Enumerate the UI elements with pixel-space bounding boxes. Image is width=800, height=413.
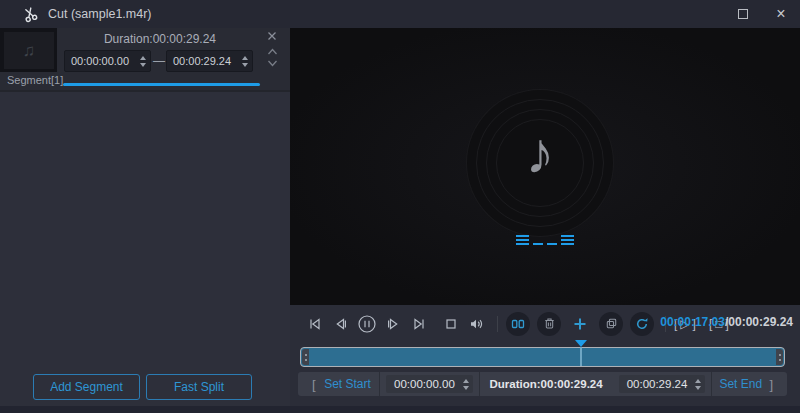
- segment-start-spinner[interactable]: [136, 56, 150, 67]
- set-start-button[interactable]: Set Start: [316, 377, 380, 391]
- music-note-icon: ♫: [23, 41, 36, 61]
- trim-end-handle[interactable]: [776, 349, 783, 365]
- copy-button[interactable]: [599, 312, 623, 336]
- music-note-icon: ♪: [526, 119, 555, 186]
- segment-end-spinner[interactable]: [238, 56, 252, 67]
- fast-split-button[interactable]: Fast Split: [146, 374, 252, 400]
- segment-thumbnail-strip: ♫: [0, 28, 57, 72]
- title-bar: Cut (sample1.m4r) ×: [0, 0, 800, 28]
- segment-end-value: 00:00:29.24: [167, 55, 238, 67]
- stop-button[interactable]: [441, 314, 461, 334]
- transport-toolbar: [▷] [□] 00:00:17.03/00:00:29.24: [290, 305, 800, 342]
- add-segment-button[interactable]: Add Segment: [33, 374, 140, 400]
- skip-to-start-button[interactable]: [305, 314, 325, 334]
- trim-settings-bar: [ Set Start 00:00:00.00 Duration:00:00:2…: [298, 372, 787, 396]
- segment-end-field[interactable]: 00:00:29.24: [166, 50, 253, 72]
- set-end-button[interactable]: Set End: [712, 377, 769, 391]
- playback-controls-region: [▷] [□] 00:00:17.03/00:00:29.24 [ Set St…: [290, 305, 800, 406]
- close-button[interactable]: ×: [762, 0, 800, 28]
- move-segment-up-icon[interactable]: [267, 47, 278, 56]
- timeline-track[interactable]: [300, 347, 785, 367]
- scissors-icon: [22, 6, 38, 22]
- step-forward-button[interactable]: [383, 314, 403, 334]
- segment-thumbnail[interactable]: ♫: [4, 32, 54, 69]
- playhead-marker-icon: [575, 340, 587, 347]
- time-readout: 00:00:17.03/00:00:29.24: [660, 315, 793, 329]
- cut-window: Cut (sample1.m4r) × ♫ Segment[1] Duratio…: [0, 0, 800, 413]
- move-segment-down-icon[interactable]: [267, 59, 278, 68]
- segment-item[interactable]: ♫ Segment[1] Duration:00:00:29.24 00:00:…: [0, 28, 290, 92]
- trim-end-spinner[interactable]: [691, 379, 705, 390]
- segment-start-value: 00:00:00.00: [65, 55, 136, 67]
- step-back-button[interactable]: [331, 314, 351, 334]
- trim-start-handle[interactable]: [302, 349, 309, 365]
- trim-end-field[interactable]: 00:00:29.24: [619, 375, 706, 393]
- timeline-playhead[interactable]: [575, 340, 587, 366]
- end-bracket: ]: [769, 377, 773, 392]
- trim-start-value: 00:00:00.00: [386, 378, 459, 390]
- window-bottom-edge: [0, 406, 800, 413]
- trim-end-value: 00:00:29.24: [619, 378, 692, 390]
- range-separator: —: [153, 54, 165, 68]
- maximize-button[interactable]: [724, 0, 762, 28]
- current-time: 00:00:17.03: [660, 315, 725, 329]
- audio-preview-area: ♪: [290, 28, 800, 305]
- skip-to-end-button[interactable]: [409, 314, 429, 334]
- segment-label: Segment[1]: [7, 74, 63, 86]
- trim-start-spinner[interactable]: [459, 379, 473, 390]
- equalizer-bars: [516, 233, 574, 245]
- segment-progress-bar: [63, 83, 260, 86]
- segment-panel: ♫ Segment[1] Duration:00:00:29.24 00:00:…: [0, 28, 290, 406]
- trim-start-field[interactable]: 00:00:00.00: [386, 375, 473, 393]
- window-title: Cut (sample1.m4r): [48, 7, 152, 21]
- total-duration: 00:00:29.24: [728, 315, 793, 329]
- add-button[interactable]: [568, 312, 592, 336]
- trim-duration-label: Duration:00:00:29.24: [480, 378, 613, 390]
- toolbar-divider: [497, 316, 498, 332]
- delete-button[interactable]: [537, 312, 561, 336]
- segment-start-field[interactable]: 00:00:00.00: [64, 50, 151, 72]
- timeline-row: [300, 347, 785, 367]
- close-icon: ×: [776, 6, 785, 22]
- pause-button[interactable]: [357, 314, 377, 334]
- delete-segment-icon[interactable]: [266, 30, 278, 42]
- segment-duration-label: Duration:00:00:29.24: [58, 32, 262, 46]
- trim-bar-divider: [379, 372, 380, 396]
- reset-button[interactable]: [630, 312, 654, 336]
- split-segment-button[interactable]: [506, 312, 530, 336]
- vinyl-disc: ♪: [467, 90, 613, 236]
- playhead-line: [580, 347, 582, 366]
- maximize-icon: [738, 9, 748, 19]
- volume-button[interactable]: [467, 314, 487, 334]
